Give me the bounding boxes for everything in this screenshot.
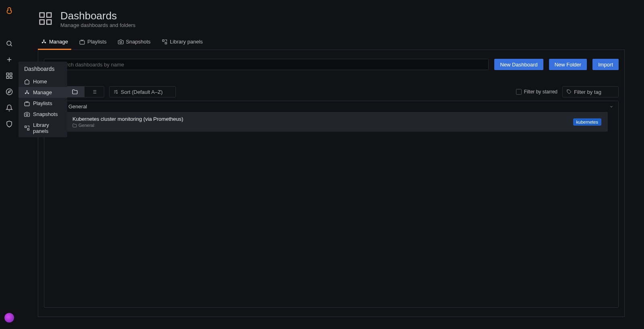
svg-rect-16 [27, 128, 29, 130]
filter-starred-checkbox[interactable] [516, 89, 522, 95]
svg-line-1 [10, 45, 12, 46]
list-icon [91, 89, 97, 95]
new-dashboard-button[interactable]: New Dashboard [494, 59, 543, 70]
search-input[interactable] [57, 62, 484, 68]
sidebar-item-label: Home [33, 79, 47, 85]
dashboard-folder-crumb: General [72, 123, 568, 128]
sidebar-item-manage[interactable]: Manage [19, 87, 67, 98]
tab-bar: Manage Playlists Snapshots Library panel… [38, 35, 625, 50]
dashboards-submenu: Dashboards Home Manage Playlists Snapsho… [19, 62, 67, 137]
folder-row[interactable]: General [44, 101, 618, 112]
list-view-button[interactable] [85, 87, 104, 97]
content-panel: New Dashboard New Folder Import S [38, 50, 625, 317]
sidebar-item-playlists[interactable]: Playlists [19, 98, 67, 109]
folder-icon [72, 123, 77, 128]
dashboards-icon[interactable] [1, 68, 17, 84]
tab-manage[interactable]: Manage [38, 35, 71, 50]
dashboard-title: Kubernetes cluster monitoring (via Prome… [72, 116, 568, 122]
svg-rect-6 [6, 77, 8, 79]
sidebar-item-home[interactable]: Home [19, 76, 67, 87]
plus-icon[interactable] [1, 52, 17, 68]
sidebar-item-label: Manage [33, 89, 52, 95]
tag-icon [567, 89, 572, 94]
submenu-title: Dashboards [19, 62, 67, 76]
main-content: Dashboards Manage dashboards and folders… [19, 0, 644, 329]
filter-starred-toggle[interactable]: Filter by starred [516, 89, 557, 95]
grafana-logo[interactable] [1, 3, 17, 19]
sidebar-item-label: Snapshots [33, 111, 58, 117]
svg-point-21 [43, 39, 44, 40]
svg-rect-19 [40, 20, 44, 24]
svg-marker-9 [8, 91, 10, 93]
search-icon[interactable] [1, 35, 17, 52]
tab-playlists[interactable]: Playlists [76, 35, 110, 50]
tab-label: Playlists [87, 39, 107, 45]
sort-icon [114, 89, 118, 94]
svg-rect-13 [25, 102, 29, 106]
sidebar-item-label: Playlists [33, 100, 52, 106]
sort-label: Sort (Default A–Z) [121, 89, 163, 95]
page-title: Dashboards [60, 10, 135, 22]
svg-rect-24 [80, 41, 85, 44]
tab-library-panels[interactable]: Library panels [159, 35, 206, 50]
svg-point-10 [27, 90, 27, 91]
search-input-wrap[interactable] [44, 59, 489, 70]
svg-point-8 [6, 89, 12, 95]
sidebar-item-library-panels[interactable]: Library panels [19, 120, 67, 137]
chevron-down-icon [165, 90, 171, 94]
svg-point-0 [7, 41, 11, 46]
explore-icon[interactable] [1, 84, 17, 100]
svg-rect-20 [47, 20, 51, 24]
chevron-down-icon [608, 90, 614, 94]
tab-label: Manage [49, 39, 68, 45]
sidebar-item-label: Library panels [33, 122, 62, 134]
dashboard-row[interactable]: Kubernetes cluster monitoring (via Prome… [55, 112, 608, 132]
folder-name: General [68, 103, 87, 110]
filter-tag-select[interactable]: Filter by tag [562, 86, 619, 97]
dashboards-page-icon [38, 11, 54, 27]
folder-icon [72, 89, 78, 95]
toolbar-top: New Dashboard New Folder Import [44, 59, 619, 70]
page-subtitle: Manage dashboards and folders [60, 22, 135, 28]
svg-rect-26 [163, 39, 164, 41]
filter-starred-label: Filter by starred [524, 89, 557, 95]
sort-select[interactable]: Sort (Default A–Z) [109, 86, 176, 97]
page-header: Dashboards Manage dashboards and folders [38, 10, 625, 28]
sidebar-rail [0, 0, 19, 329]
chevron-down-icon[interactable] [609, 105, 613, 109]
svg-rect-5 [10, 73, 12, 75]
svg-rect-4 [6, 73, 8, 75]
alerting-icon[interactable] [1, 100, 17, 116]
sidebar-item-snapshots[interactable]: Snapshots [19, 109, 67, 120]
view-toggle [65, 86, 104, 97]
folder-view-button[interactable] [65, 87, 85, 97]
svg-rect-17 [40, 13, 44, 17]
svg-point-25 [120, 41, 122, 43]
filter-tag-label: Filter by tag [574, 89, 601, 95]
import-button[interactable]: Import [592, 59, 619, 70]
toolbar-filters: Sort (Default A–Z) Filter by starred Fil… [44, 86, 619, 97]
new-folder-button[interactable]: New Folder [549, 59, 587, 70]
svg-rect-27 [165, 42, 167, 44]
svg-rect-18 [47, 13, 51, 17]
dashboard-list: General Kubernetes cluster monitoring (v… [44, 101, 619, 308]
tab-label: Snapshots [126, 39, 151, 45]
tab-snapshots[interactable]: Snapshots [115, 35, 154, 50]
tab-label: Library panels [170, 39, 203, 45]
server-admin-icon[interactable] [1, 116, 17, 132]
dashboard-tag[interactable]: kubernetes [573, 118, 601, 126]
avatar[interactable] [4, 313, 14, 323]
svg-rect-7 [10, 77, 12, 79]
svg-rect-15 [25, 126, 27, 128]
svg-point-14 [26, 114, 28, 116]
